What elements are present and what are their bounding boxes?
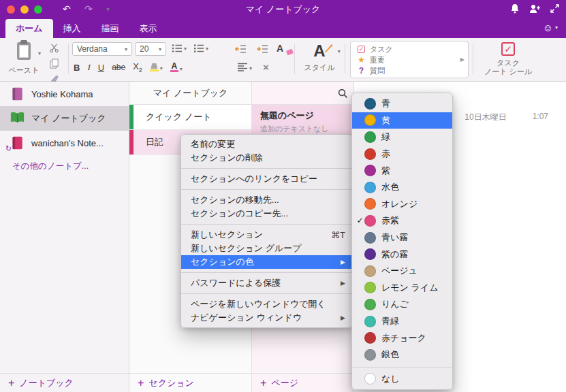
bold-button[interactable]: B — [74, 63, 80, 73]
page-date: 10日木曜日 — [465, 112, 506, 123]
tag-question[interactable]: ? 質問 — [358, 65, 468, 76]
page-item-untitled[interactable]: 無題のページ 追加のテキストなし — [252, 105, 353, 137]
menu-item-password-protection[interactable]: パスワードによる保護 ▶ — [181, 276, 352, 290]
color-option-lemon-lime[interactable]: レモン ライム — [352, 280, 452, 297]
notebook-icon — [10, 86, 25, 101]
numbered-list-button[interactable]: ▾ — [193, 44, 208, 53]
menu-separator — [181, 168, 352, 169]
menu-item-rename[interactable]: 名前の変更 — [181, 137, 352, 151]
tag-gallery: ✓ タスク ★ 重要 ? 質問 ▶ — [350, 41, 469, 78]
color-swatch — [364, 215, 376, 227]
tab-draw[interactable]: 描画 — [91, 19, 129, 38]
strikethrough-button[interactable]: abe — [112, 63, 125, 72]
increase-indent-button[interactable] — [256, 44, 268, 54]
menu-item-open-page-new-window[interactable]: ページを新しいウインドウで開く — [181, 297, 352, 311]
color-option-silver[interactable]: 銀色 — [352, 346, 452, 363]
color-option-red-purple[interactable]: ✓赤紫 — [352, 212, 452, 229]
font-family-select[interactable]: Verdana ▾ — [72, 42, 132, 56]
tag-gallery-scroll-icon[interactable]: ▶ — [460, 56, 465, 63]
color-swatch — [364, 148, 376, 160]
tag-todo[interactable]: ✓ タスク — [358, 44, 468, 54]
color-swatch — [364, 248, 376, 260]
color-option-beige[interactable]: ベージュ — [352, 263, 452, 280]
color-option-yellow[interactable]: 黄 — [352, 112, 452, 129]
menu-item-move-section[interactable]: セクションの移動先... — [181, 193, 352, 207]
color-option-light-blue[interactable]: 水色 — [352, 179, 452, 196]
smiley-icon: ☺ — [543, 22, 553, 33]
more-notebooks-link[interactable]: その他のノートブ... — [0, 155, 129, 172]
styles-button[interactable]: A ▾ スタイル — [298, 42, 341, 73]
menu-separator — [181, 293, 352, 294]
feedback-smiley-button[interactable]: ☺ ▾ — [543, 22, 558, 33]
color-option-purple-mist[interactable]: 紫の霧 — [352, 246, 452, 263]
notifications-bell-icon[interactable] — [510, 3, 520, 14]
color-swatch — [364, 98, 376, 110]
section-list-header: マイ ノートブック — [129, 82, 251, 105]
menu-item-copy-section-link[interactable]: セクションへのリンクをコピー — [181, 172, 352, 186]
outdent-icon — [234, 44, 247, 54]
color-option-apple[interactable]: りんご — [352, 296, 452, 313]
menu-item-new-section-group[interactable]: 新しいセクション グループ — [181, 242, 352, 255]
menu-item-navigation-window[interactable]: ナビゲーション ウィンドウ ▶ — [181, 311, 352, 325]
chevron-down-icon: ▾ — [159, 46, 161, 52]
font-size-select[interactable]: 20 ▾ — [135, 42, 166, 56]
shortcut-label: ⌘T — [331, 230, 345, 240]
tab-view[interactable]: 表示 — [129, 19, 168, 38]
color-option-orange[interactable]: オレンジ — [352, 196, 452, 213]
color-swatch — [364, 232, 376, 244]
menu-separator — [352, 367, 452, 368]
menu-item-section-color[interactable]: セクションの色 ▶ — [181, 255, 352, 269]
task-note-seal-button[interactable]: ✓ タスク ノート シール — [477, 42, 539, 76]
tab-home[interactable]: ホーム — [5, 19, 53, 38]
menu-item-copy-section[interactable]: セクションのコピー先... — [181, 207, 352, 220]
add-section-button[interactable]: + セクション — [129, 373, 251, 392]
add-notebook-button[interactable]: + ノートブック — [0, 373, 129, 392]
color-option-blue[interactable]: 青 — [352, 95, 452, 112]
clear-formatting-button[interactable]: A — [277, 42, 292, 56]
italic-button[interactable]: I — [87, 62, 90, 73]
color-option-none[interactable]: なし — [352, 371, 452, 388]
chevron-down-icon: ▾ — [555, 24, 558, 31]
subscript-button[interactable]: X2 — [133, 61, 142, 74]
menu-separator — [181, 224, 352, 225]
color-option-red-chalk[interactable]: 赤チョーク — [352, 329, 452, 346]
notebook-item-my-notebook[interactable]: マイ ノートブック — [0, 106, 129, 131]
font-color-button[interactable]: A ▾ — [170, 63, 183, 72]
bullet-list-button[interactable]: ▾ — [172, 44, 187, 53]
copy-icon[interactable] — [49, 59, 59, 71]
section-color-submenu: 青 黄 緑 赤 紫 水色 オレンジ ✓赤紫 青い霧 紫の霧 ベージュ レモン ラ… — [351, 93, 453, 390]
tab-insert[interactable]: 挿入 — [53, 19, 91, 38]
menu-item-new-section[interactable]: 新しいセクション ⌘T — [181, 228, 352, 242]
question-icon: ? — [358, 66, 365, 76]
page-time: 1:07 — [533, 112, 548, 123]
add-page-button[interactable]: + ページ — [252, 373, 353, 392]
expand-window-icon[interactable] — [550, 4, 559, 13]
tag-important[interactable]: ★ 重要 — [358, 54, 468, 65]
clear-formatting-icon: A — [277, 43, 283, 54]
submenu-arrow-icon: ▶ — [341, 259, 345, 265]
cut-scissors-icon[interactable] — [49, 43, 59, 56]
notebook-item-yoshie-kohama[interactable]: Yoshie Kohama — [0, 82, 129, 106]
star-icon: ★ — [358, 55, 365, 65]
share-add-person-icon[interactable] — [529, 4, 541, 14]
alignment-icon — [237, 63, 248, 71]
menu-item-delete-section[interactable]: セクションの削除 — [181, 151, 352, 165]
color-option-red[interactable]: 赤 — [352, 146, 452, 163]
ribbon: ▾ ペースト Verdana ▾ 20 ▾ ▾ — [0, 38, 566, 82]
section-context-menu: 名前の変更 セクションの削除 セクションへのリンクをコピー セクションの移動先.… — [180, 134, 353, 328]
font-color-icon: A — [170, 63, 178, 72]
color-option-teal[interactable]: 青緑 — [352, 313, 452, 330]
section-item-quick-notes[interactable]: クイック ノート — [129, 105, 251, 130]
color-swatch — [364, 114, 376, 126]
notebook-item-wanichan[interactable]: ↻ wanichan's Note... — [0, 131, 129, 155]
highlight-color-button[interactable]: ▾ — [150, 63, 163, 71]
decrease-indent-button[interactable] — [234, 44, 247, 54]
paragraph-alignment-button[interactable]: ▾ — [237, 63, 252, 71]
delete-button[interactable]: × — [263, 61, 269, 73]
underline-button[interactable]: U — [98, 63, 104, 73]
search-icon[interactable] — [338, 88, 348, 99]
color-option-green[interactable]: 緑 — [352, 129, 452, 146]
color-option-blue-mist[interactable]: 青い霧 — [352, 229, 452, 246]
color-option-purple[interactable]: 紫 — [352, 162, 452, 179]
paste-button[interactable]: ▾ ペースト — [5, 41, 42, 76]
